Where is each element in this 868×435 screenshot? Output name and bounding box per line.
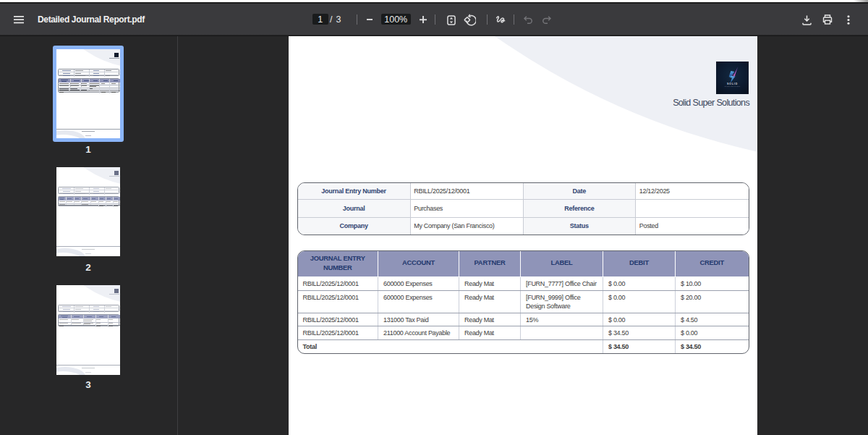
svg-text:SUPER SOLUTIONS: SUPER SOLUTIONS — [725, 85, 741, 86]
